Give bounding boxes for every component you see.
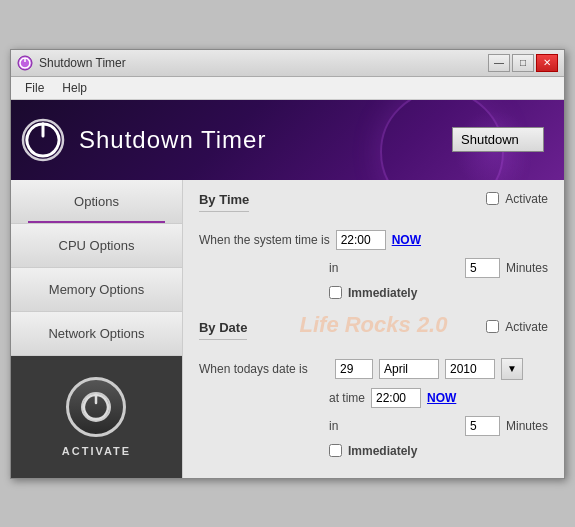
by-date-day-input[interactable] bbox=[335, 359, 373, 379]
by-date-when-row: When todays date is ▼ bbox=[199, 358, 548, 380]
by-date-activate-label: Activate bbox=[505, 320, 548, 334]
by-time-header: By Time Activate bbox=[199, 192, 548, 222]
action-dropdown[interactable]: Shutdown Restart Sleep Hibernate bbox=[452, 127, 544, 152]
header-title-area: Shutdown Timer bbox=[21, 118, 266, 162]
sidebar-memory-button[interactable]: Memory Options bbox=[11, 268, 182, 312]
by-date-minutes-input[interactable] bbox=[465, 416, 500, 436]
by-time-section: By Time Activate When the system time is… bbox=[199, 192, 548, 300]
by-time-when-row: When the system time is NOW bbox=[199, 230, 548, 250]
by-date-immediately-checkbox[interactable] bbox=[329, 444, 342, 457]
by-time-immediately-label: Immediately bbox=[348, 286, 417, 300]
dropdown-wrapper: Shutdown Restart Sleep Hibernate bbox=[452, 127, 544, 152]
title-bar-left: Shutdown Timer bbox=[17, 55, 126, 71]
header-dropdown-area: Shutdown Restart Sleep Hibernate bbox=[452, 127, 544, 152]
title-bar-controls: — □ ✕ bbox=[488, 54, 558, 72]
by-date-in-label: in bbox=[329, 419, 459, 433]
content-area: Life Rocks 2.0 By Time Activate When the… bbox=[183, 180, 564, 478]
activate-power-icon bbox=[79, 390, 113, 424]
title-bar: Shutdown Timer — □ ✕ bbox=[11, 50, 564, 77]
by-time-immediately-row: Immediately bbox=[329, 286, 548, 300]
by-date-time-row: at time NOW bbox=[199, 388, 548, 408]
menu-file[interactable]: File bbox=[17, 79, 52, 97]
sidebar-cpu-button[interactable]: CPU Options bbox=[11, 224, 182, 268]
by-date-now-link[interactable]: NOW bbox=[427, 391, 456, 405]
activate-power-button[interactable] bbox=[66, 377, 126, 437]
by-date-at-time-label: at time bbox=[329, 391, 365, 405]
main-content: Options CPU Options Memory Options Netwo… bbox=[11, 180, 564, 478]
by-date-month-input[interactable] bbox=[379, 359, 439, 379]
by-date-title: By Date bbox=[199, 320, 247, 340]
by-date-when-label: When todays date is bbox=[199, 362, 329, 376]
sidebar-network-button[interactable]: Network Options bbox=[11, 312, 182, 356]
by-date-header: By Date Activate bbox=[199, 320, 548, 350]
maximize-button[interactable]: □ bbox=[512, 54, 534, 72]
power-icon-large bbox=[21, 118, 65, 162]
by-time-now-link[interactable]: NOW bbox=[392, 233, 421, 247]
header-banner: Shutdown Timer Shutdown Restart Sleep Hi… bbox=[11, 100, 564, 180]
by-time-in-label: in bbox=[329, 261, 459, 275]
by-time-activate-checkbox[interactable] bbox=[486, 192, 499, 205]
by-date-immediately-row: Immediately bbox=[329, 444, 548, 458]
by-date-section: By Date Activate When todays date is ▼ bbox=[199, 320, 548, 458]
title-bar-text: Shutdown Timer bbox=[39, 56, 126, 70]
header-title: Shutdown Timer bbox=[79, 126, 266, 154]
close-button[interactable]: ✕ bbox=[536, 54, 558, 72]
menu-bar: File Help bbox=[11, 77, 564, 100]
sidebar-options-button[interactable]: Options bbox=[11, 180, 182, 224]
window-icon bbox=[17, 55, 33, 71]
by-date-minutes-row: in Minutes bbox=[329, 416, 548, 436]
calendar-button[interactable]: ▼ bbox=[501, 358, 523, 380]
minimize-button[interactable]: — bbox=[488, 54, 510, 72]
by-date-activate-row: Activate bbox=[486, 320, 548, 334]
by-time-activate-label: Activate bbox=[505, 192, 548, 206]
menu-help[interactable]: Help bbox=[54, 79, 95, 97]
by-time-activate-row: Activate bbox=[486, 192, 548, 206]
by-time-immediately-checkbox[interactable] bbox=[329, 286, 342, 299]
by-time-title: By Time bbox=[199, 192, 249, 212]
activate-label: ACTIVATE bbox=[62, 445, 131, 457]
by-time-when-label: When the system time is bbox=[199, 233, 330, 247]
content-wrapper: Life Rocks 2.0 By Time Activate When the… bbox=[199, 192, 548, 458]
by-time-minutes-row: in Minutes bbox=[329, 258, 548, 278]
main-window: Shutdown Timer — □ ✕ File Help Shutdown … bbox=[10, 49, 565, 479]
by-time-minutes-input[interactable] bbox=[465, 258, 500, 278]
by-time-time-input[interactable] bbox=[336, 230, 386, 250]
by-date-activate-checkbox[interactable] bbox=[486, 320, 499, 333]
by-date-time-input[interactable] bbox=[371, 388, 421, 408]
by-date-year-input[interactable] bbox=[445, 359, 495, 379]
by-date-immediately-label: Immediately bbox=[348, 444, 417, 458]
activate-area: ACTIVATE bbox=[11, 356, 182, 478]
by-time-minutes-label: Minutes bbox=[506, 261, 548, 275]
sidebar: Options CPU Options Memory Options Netwo… bbox=[11, 180, 183, 478]
by-date-minutes-label: Minutes bbox=[506, 419, 548, 433]
